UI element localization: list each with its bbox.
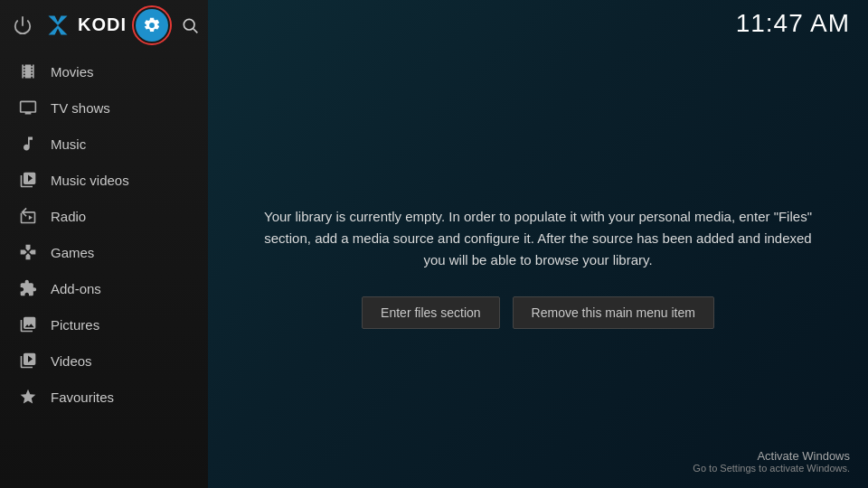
sidebar-nav: Movies TV shows Music Music videos [0,50,208,415]
power-button[interactable] [13,13,33,38]
sidebar-radio-label: Radio [51,209,86,224]
kodi-logo-icon [45,13,71,38]
activate-windows-title: Activate Windows [693,449,850,463]
music-icon [18,134,38,154]
movies-icon [18,61,38,81]
enter-files-button[interactable]: Enter files section [362,296,500,329]
radio-icon [18,206,38,226]
sidebar-item-addons[interactable]: Add-ons [0,270,208,306]
sidebar-item-pictures[interactable]: Pictures [0,306,208,343]
sidebar-item-movies[interactable]: Movies [0,53,208,89]
sidebar-music-videos-label: Music videos [51,173,129,188]
sidebar-favourites-label: Favourites [51,389,114,405]
sidebar-item-radio[interactable]: Radio [0,198,208,234]
favourites-icon [18,387,38,407]
svg-marker-1 [49,15,68,34]
clock-display: 11:47 AM [736,9,850,38]
sidebar-item-favourites[interactable]: Favourites [0,379,208,415]
sidebar-videos-label: Videos [51,353,92,369]
addons-icon [18,278,38,298]
sidebar-addons-label: Add-ons [51,281,101,296]
games-icon [18,242,38,262]
sidebar-pictures-label: Pictures [51,317,99,333]
sidebar-item-music[interactable]: Music [0,126,208,162]
activate-windows-notice: Activate Windows Go to Settings to activ… [693,449,850,474]
remove-menu-item-button[interactable]: Remove this main menu item [513,296,714,329]
svg-point-2 [184,19,194,30]
main-content-area: 11:47 AM Your library is currently empty… [208,0,868,488]
library-empty-message: Your library is currently empty. In orde… [262,206,814,271]
videos-icon [18,351,38,371]
sidebar-top: KODI [0,0,208,50]
svg-line-3 [193,28,198,33]
sidebar-item-videos[interactable]: Videos [0,343,208,379]
main-body: Your library is currently empty. In orde… [208,47,868,488]
tv-icon [18,98,38,117]
sidebar-item-games[interactable]: Games [0,234,208,270]
sidebar-movies-label: Movies [51,64,94,80]
sidebar-tvshows-label: TV shows [51,100,110,116]
sidebar-item-tv-shows[interactable]: TV shows [0,89,208,126]
sidebar-music-label: Music [51,136,86,152]
sidebar-games-label: Games [51,245,94,260]
settings-button[interactable] [136,9,168,42]
action-buttons: Enter files section Remove this main men… [362,296,714,329]
search-button[interactable] [181,13,199,38]
music-videos-icon [18,170,38,190]
main-header: 11:47 AM [208,0,868,47]
sidebar-item-music-videos[interactable]: Music videos [0,162,208,198]
kodi-logo: KODI [45,13,127,38]
pictures-icon [18,314,38,334]
activate-windows-subtitle: Go to Settings to activate Windows. [693,463,850,474]
sidebar: KODI Movies TV sho [0,0,208,488]
app-name: KODI [78,14,127,35]
